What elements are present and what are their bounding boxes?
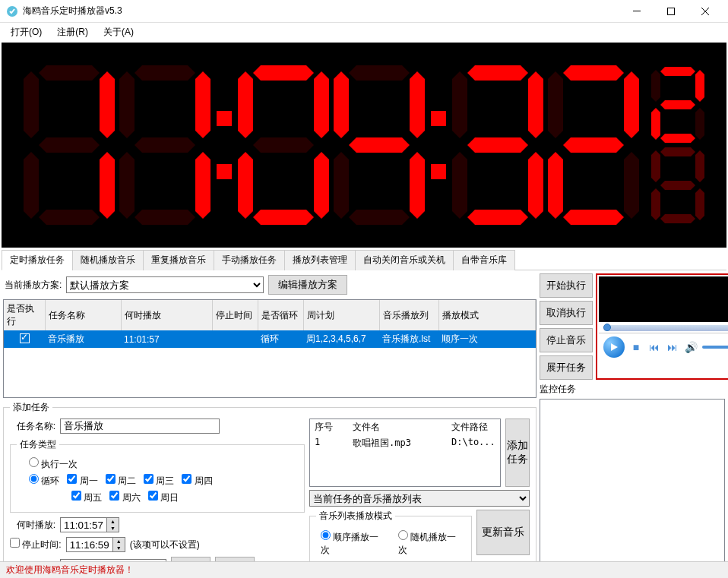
monitor-label: 监控任务 [540,383,725,396]
col-header[interactable]: 音乐播放列 [379,300,438,330]
scheme-label: 当前播放方案: [5,279,62,292]
day-fri[interactable]: 周五 [71,491,102,504]
status-text: 欢迎使用海鸥音乐定时播放器！ [6,564,134,576]
day-tue[interactable]: 周二 [106,474,136,488]
menu-register[interactable]: 注册(R) [51,24,94,40]
col-header[interactable]: 是否循环 [258,300,303,330]
expand-button[interactable]: 展开任务 [540,355,593,380]
col-header[interactable]: 周计划 [303,300,379,330]
col-header[interactable]: 是否执行 [4,300,45,330]
tabs: 定时播放任务随机播放音乐重复播放音乐手动播放任务播放列表管理自动关闭音乐或关机自… [2,249,726,270]
stop-checkbox[interactable]: 停止时间: [10,538,62,551]
media-progress[interactable] [603,325,728,331]
stop-stepper[interactable]: ▲▼ [66,537,125,552]
tab-5[interactable]: 自动关闭音乐或关机 [355,250,454,270]
stop-music-button[interactable]: 停止音乐 [540,328,593,352]
tab-2[interactable]: 重复播放音乐 [143,250,214,270]
task-type-legend: 任务类型 [17,438,59,451]
media-preview: ■ ⏮ ⏭ 🔊 [596,273,728,380]
add-task-fieldset: 添加任务 任务名称: 任务类型 执行一次 循环 周一 [3,401,537,578]
file-list[interactable]: 序号 文件名 文件路径 1 歌唱祖国.mp3 D:\to... [309,418,501,487]
col-header[interactable]: 何时播放 [121,300,212,330]
menu-open[interactable]: 打开(O) [5,24,48,40]
task-type-loop[interactable]: 循环 [29,474,59,488]
table-row[interactable]: 音乐播放11:01:57循环周1,2,3,4,5,6,7音乐播放.lst顺序一次 [4,330,536,348]
titlebar: 海鸥音乐定时播放器v5.3 [0,0,728,23]
col-header[interactable]: 播放模式 [438,300,536,330]
volume-icon[interactable]: 🔊 [684,341,698,353]
prev-icon[interactable]: ⏮ [647,341,661,353]
tab-6[interactable]: 自带音乐库 [453,250,515,270]
playlist-select[interactable]: 当前任务的音乐播放列表 [309,490,530,507]
menu-about[interactable]: 关于(A) [97,24,140,40]
col-header[interactable]: 任务名称 [45,300,121,330]
mode-legend: 音乐列表播放模式 [316,510,395,523]
update-music-button[interactable]: 更新音乐 [476,510,530,555]
col-name: 文件名 [353,421,451,434]
monitor-list[interactable] [540,399,725,578]
task-type-once[interactable]: 执行一次 [29,457,78,471]
stop-icon[interactable]: ■ [629,341,643,353]
app-icon [6,5,18,17]
svg-rect-2 [667,8,674,14]
maximize-button[interactable] [654,0,688,22]
clock-panel [2,43,726,248]
scheme-select[interactable]: 默认播放方案 [66,276,264,293]
edit-scheme-button[interactable]: 编辑播放方案 [268,275,347,295]
tab-3[interactable]: 手动播放任务 [214,250,285,270]
when-stepper[interactable]: ▲▼ [60,517,119,532]
stop-note: (该项可以不设置) [130,539,200,551]
svg-rect-1 [633,11,641,11]
col-header[interactable]: 停止时间 [212,300,258,330]
play-icon[interactable] [603,336,625,358]
video-area [599,276,728,322]
day-sun[interactable]: 周日 [148,491,179,504]
tab-4[interactable]: 播放列表管理 [284,250,356,270]
file-row[interactable]: 1 歌唱祖国.mp3 D:\to... [310,435,500,451]
day-wed[interactable]: 周三 [144,474,174,488]
day-thu[interactable]: 周四 [182,474,212,488]
add-task-legend: 添加任务 [10,401,52,414]
minimize-button[interactable] [619,0,654,22]
close-button[interactable] [688,0,722,22]
mode-rand-once[interactable]: 随机播放一次 [398,530,461,557]
task-name-input[interactable] [60,418,220,434]
add-task-button[interactable]: 添加任务 [505,418,530,487]
col-seq: 序号 [315,421,353,434]
statusbar: 欢迎使用海鸥音乐定时播放器！ [0,561,728,578]
task-table[interactable]: 是否执行任务名称何时播放停止时间是否循环周计划音乐播放列播放模式 音乐播放11:… [3,299,537,398]
tab-1[interactable]: 随机播放音乐 [72,250,144,270]
tab-0[interactable]: 定时播放任务 [2,250,73,270]
day-mon[interactable]: 周一 [67,474,97,488]
col-path: 文件路径 [451,421,495,434]
menubar: 打开(O) 注册(R) 关于(A) [0,23,728,41]
day-sat[interactable]: 周六 [109,491,140,504]
task-name-label: 任务名称: [10,420,55,433]
next-icon[interactable]: ⏭ [666,341,679,353]
volume-slider[interactable] [702,346,728,349]
task-type-fieldset: 任务类型 执行一次 循环 周一 周二 周三 周四 周五 [10,438,305,513]
mode-seq-once[interactable]: 顺序播放一次 [321,530,383,557]
cancel-button[interactable]: 取消执行 [540,301,593,325]
start-button[interactable]: 开始执行 [540,273,593,298]
window-title: 海鸥音乐定时播放器v5.3 [23,5,619,17]
when-label: 何时播放: [10,519,55,532]
